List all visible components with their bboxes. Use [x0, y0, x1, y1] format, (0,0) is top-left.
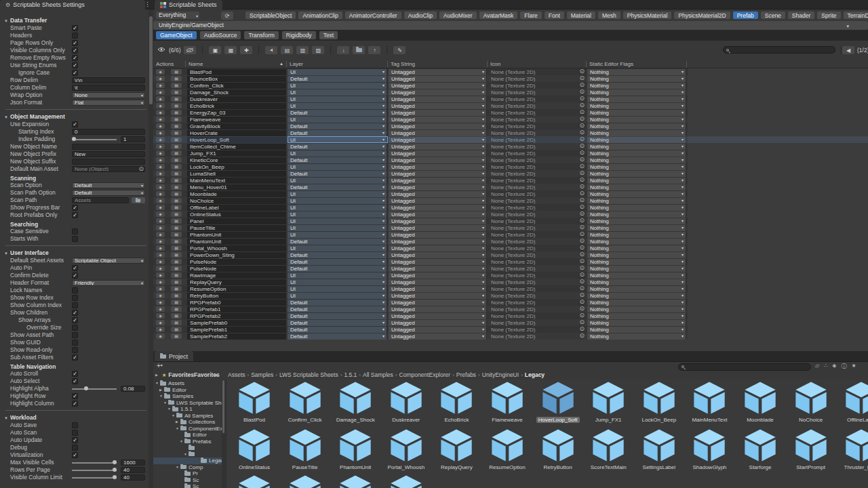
tag-dropdown[interactable]: Untagged▾: [389, 184, 487, 190]
slider[interactable]: [72, 462, 117, 464]
copy-row-button[interactable]: ▤: [171, 198, 182, 203]
breadcrumb-item[interactable]: UnityEngineUI: [482, 371, 519, 378]
zoom-slider-icon[interactable]: ▱: [815, 363, 819, 370]
icon-object-field[interactable]: None (Texture 2D)⊙: [488, 232, 586, 238]
tag-dropdown[interactable]: Untagged▾: [389, 130, 487, 136]
filter-chip-audiomixer[interactable]: AudioMixer: [439, 12, 477, 19]
ping-object-button[interactable]: ◈: [156, 198, 165, 203]
ping-object-button[interactable]: ◈: [156, 83, 165, 88]
icon-object-field[interactable]: None (Texture 2D)⊙: [488, 218, 586, 224]
col-actions[interactable]: Actions: [156, 60, 174, 68]
object-picker-icon[interactable]: ⊙: [579, 137, 585, 142]
checkbox[interactable]: ✓: [72, 62, 78, 68]
static-flags-dropdown[interactable]: Nothing▾: [587, 333, 686, 340]
filter-chip-material[interactable]: Material: [567, 12, 595, 19]
checkbox[interactable]: [72, 340, 78, 346]
asset-item-echobrick[interactable]: EchoBrick: [431, 381, 481, 423]
object-picker-icon[interactable]: ⊙: [579, 327, 585, 332]
edit-button[interactable]: ✎: [393, 46, 406, 54]
object-picker-icon[interactable]: ⊙: [579, 69, 585, 75]
layer-dropdown[interactable]: Default▾: [288, 333, 387, 340]
icon-object-field[interactable]: None (Texture 2D)⊙: [488, 171, 586, 177]
filter-chip-mesh[interactable]: Mesh: [598, 12, 620, 19]
text-field[interactable]: 0: [72, 129, 145, 135]
sheet-tab-audiosource[interactable]: AudioSource: [200, 31, 241, 39]
copy-row-button[interactable]: ▤: [171, 123, 182, 129]
copy-row-button[interactable]: ▤: [171, 239, 182, 244]
name-cell[interactable]: PulseNode: [187, 259, 286, 265]
checkbox[interactable]: [72, 347, 78, 353]
layer-dropdown[interactable]: UI▾: [288, 178, 387, 184]
name-cell[interactable]: PhantomUnit: [187, 239, 286, 245]
static-flags-dropdown[interactable]: Nothing▾: [587, 225, 686, 231]
object-picker-icon[interactable]: ⊙: [579, 171, 585, 176]
layer-dropdown[interactable]: UI▾: [288, 89, 387, 96]
static-flags-dropdown[interactable]: Nothing▾: [587, 96, 686, 102]
copy-row-button[interactable]: ▤: [171, 320, 182, 325]
layer-dropdown[interactable]: UI▾: [288, 205, 387, 211]
dropdown[interactable]: None▾: [72, 92, 145, 98]
icon-object-field[interactable]: None (Texture 2D)⊙: [488, 130, 586, 136]
static-flags-dropdown[interactable]: Nothing▾: [587, 69, 686, 75]
checkbox[interactable]: ✓: [72, 212, 78, 218]
foldout-arrow-icon[interactable]: ▼: [155, 380, 160, 386]
layer-dropdown[interactable]: UI▾: [288, 198, 387, 204]
tag-dropdown[interactable]: Untagged▾: [389, 293, 487, 299]
static-flags-dropdown[interactable]: Nothing▾: [587, 76, 686, 82]
slider[interactable]: [72, 139, 117, 140]
icon-object-field[interactable]: None (Texture 2D)⊙: [488, 300, 586, 306]
copy-row-button[interactable]: ▤: [171, 130, 182, 136]
asset-item-portal_whoosh[interactable]: Portal_Whoosh: [381, 428, 431, 470]
checkbox[interactable]: [72, 332, 78, 338]
ping-object-button[interactable]: ◈: [156, 184, 165, 190]
kebab-menu-icon[interactable]: ⋮: [144, 1, 151, 7]
object-picker-icon[interactable]: ⊙: [579, 259, 585, 264]
copy-row-button[interactable]: ▤: [171, 286, 182, 291]
tag-dropdown[interactable]: Untagged▾: [389, 144, 487, 150]
checkbox[interactable]: ✓: [72, 47, 78, 54]
name-cell[interactable]: LumaShell: [187, 171, 286, 177]
name-cell[interactable]: Flameweave: [187, 117, 286, 123]
layer-dropdown[interactable]: Default▾: [288, 306, 387, 312]
object-picker-icon[interactable]: ⊙: [579, 89, 585, 95]
tree-item-pr[interactable]: Pr: [153, 470, 224, 477]
tree-item-sc[interactable]: Sc: [153, 477, 224, 484]
slider-value-field[interactable]: 40: [121, 467, 145, 473]
icon-object-field[interactable]: None (Texture 2D)⊙: [488, 252, 586, 258]
copy-row-button[interactable]: ▤: [171, 117, 182, 122]
settings-scrollbar[interactable]: [149, 9, 153, 488]
copy-row-button[interactable]: ▤: [171, 76, 182, 81]
name-cell[interactable]: KineticCore: [187, 157, 286, 163]
tag-dropdown[interactable]: Untagged▾: [389, 178, 487, 184]
name-cell[interactable]: RawImage: [187, 272, 286, 279]
checkbox[interactable]: [72, 228, 78, 235]
slider-value-field[interactable]: 40: [121, 474, 145, 481]
asset-item-phantomunit[interactable]: PhantomUnit: [330, 428, 380, 470]
asset-item-pausetitle[interactable]: PauseTitle: [280, 428, 330, 470]
object-picker-icon[interactable]: ⊙: [579, 279, 585, 285]
object-picker-icon[interactable]: ⊙: [579, 76, 585, 81]
layer-dropdown[interactable]: UI▾: [288, 225, 387, 231]
copy-row-button[interactable]: ▤: [171, 266, 182, 271]
tree-item-lws-scriptable-sheets[interactable]: ▼LWS Scriptable Sheets: [153, 400, 224, 407]
table-row[interactable]: ◈▤Jump_FX1UI▾Untagged▾None (Texture 2D)⊙…: [153, 150, 688, 157]
breadcrumb-item[interactable]: Legacy: [525, 371, 545, 378]
copy-row-button[interactable]: ▤: [171, 218, 182, 224]
name-cell[interactable]: Portal_Whoosh: [187, 245, 286, 251]
copy-row-button[interactable]: ▤: [171, 157, 182, 163]
copy-row-button[interactable]: ▤: [171, 164, 182, 169]
layer-dropdown[interactable]: UI▾: [288, 117, 387, 123]
object-picker-icon[interactable]: ⊙: [579, 178, 585, 183]
name-cell[interactable]: EnergyZap_03: [187, 110, 286, 116]
object-picker-icon[interactable]: ⊙: [579, 239, 585, 244]
icon-object-field[interactable]: None (Texture 2D)⊙: [488, 76, 586, 82]
copy-row-button[interactable]: ▤: [171, 96, 182, 102]
checkbox[interactable]: ✓: [72, 393, 78, 399]
name-cell[interactable]: RPGPrefab0: [187, 300, 286, 306]
name-cell[interactable]: Jump_FX1: [187, 150, 286, 157]
tag-dropdown[interactable]: Untagged▾: [389, 164, 487, 170]
everything-dropdown[interactable]: Everything ▾: [156, 12, 199, 19]
tag-dropdown[interactable]: Untagged▾: [389, 239, 487, 245]
ping-object-button[interactable]: ◈: [156, 327, 165, 332]
tag-dropdown[interactable]: Untagged▾: [389, 266, 487, 272]
